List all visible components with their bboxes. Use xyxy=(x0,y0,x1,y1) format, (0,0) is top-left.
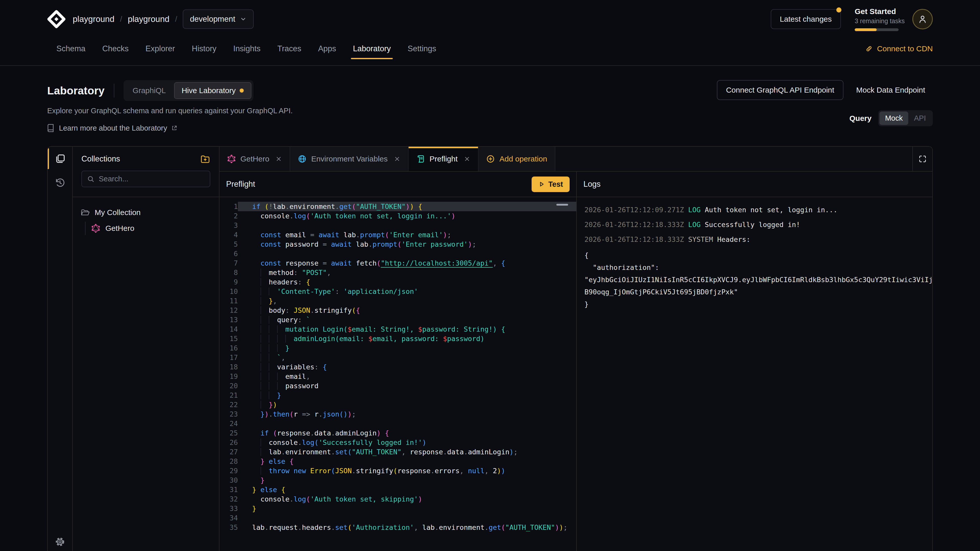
code-line[interactable]: 28 } else { xyxy=(220,457,576,466)
connect-to-cdn-link[interactable]: Connect to CDN xyxy=(865,38,933,59)
code-line[interactable]: 32 console.log('Auth token set, skipping… xyxy=(220,494,576,504)
log-entry: 2026-01-26T12:12:18.333Z LOG Successfull… xyxy=(584,220,932,230)
code-line[interactable]: 33} xyxy=(220,504,576,513)
code-line[interactable]: 2 console.log('Auth token not set, loggi… xyxy=(220,211,576,221)
code-line[interactable]: 25 if (response.data.adminLogin) { xyxy=(220,428,576,438)
nav-item-schema[interactable]: Schema xyxy=(56,38,86,59)
collection-operation-gethero[interactable]: GetHero xyxy=(91,222,211,235)
mode-option-hive-laboratory[interactable]: Hive Laboratory xyxy=(174,82,251,99)
preflight-editor-panel: Preflight Test 1if (!lab.environment.get… xyxy=(220,171,577,551)
nav-item-insights[interactable]: Insights xyxy=(233,38,261,59)
get-started-widget[interactable]: Get Started 3 remaining tasks xyxy=(855,7,899,31)
connect-graphql-endpoint-button[interactable]: Connect GraphQL API Endpoint xyxy=(717,80,843,100)
nav-item-explorer[interactable]: Explorer xyxy=(145,38,175,59)
query-toggle-label: Query xyxy=(850,114,872,123)
external-link-icon xyxy=(171,125,177,131)
close-icon[interactable] xyxy=(464,156,470,162)
code-line[interactable]: 15 adminLogin(email: $email, password: $… xyxy=(220,334,576,343)
code-line[interactable]: 23 }).then(r => r.json()); xyxy=(220,410,576,419)
tab-label: Environment Variables xyxy=(311,155,388,163)
get-started-subtitle: 3 remaining tasks xyxy=(855,17,899,25)
collections-tree: My Collection GetHero xyxy=(73,197,219,244)
mode-option-graphiql[interactable]: GraphiQL xyxy=(126,83,173,98)
sidebar-icon-rail xyxy=(48,147,73,551)
code-line[interactable]: 1if (!lab.environment.get("AUTH_TOKEN"))… xyxy=(220,202,576,211)
tab-label: GetHero xyxy=(240,155,269,163)
code-line[interactable]: 4 const email = await lab.prompt('Enter … xyxy=(220,230,576,240)
code-line[interactable]: 11 }, xyxy=(220,296,576,306)
code-line[interactable]: 27 lab.environment.set("AUTH_TOKEN", res… xyxy=(220,447,576,457)
code-line[interactable]: 21 } xyxy=(220,391,576,400)
latest-changes-button[interactable]: Latest changes xyxy=(771,9,841,29)
code-line[interactable]: 35lab.request.headers.set('Authorization… xyxy=(220,523,576,532)
mode-option-label: Hive Laboratory xyxy=(182,86,236,95)
mock-data-endpoint-button[interactable]: Mock Data Endpoint xyxy=(849,81,933,100)
close-icon[interactable] xyxy=(394,156,401,162)
query-toggle-mock[interactable]: Mock xyxy=(880,111,908,125)
code-line[interactable]: 9 headers: { xyxy=(220,277,576,287)
nav-item-traces[interactable]: Traces xyxy=(277,38,301,59)
code-line[interactable]: 13 query: ` xyxy=(220,315,576,324)
code-line[interactable]: 8 method: "POST", xyxy=(220,268,576,277)
tab-preflight[interactable]: Preflight xyxy=(409,147,479,171)
rail-collections-button[interactable] xyxy=(48,147,72,171)
query-toggle-api[interactable]: API xyxy=(908,111,932,125)
code-line[interactable]: 29 throw new Error(JSON.stringify(respon… xyxy=(220,466,576,475)
nav-item-settings[interactable]: Settings xyxy=(407,38,436,59)
main-nav: Schema Checks Explorer History Insights … xyxy=(47,38,436,65)
query-target-toggle: Mock API xyxy=(878,110,933,126)
collections-search[interactable] xyxy=(81,171,210,187)
code-line[interactable]: 17 `, xyxy=(220,353,576,362)
code-line[interactable]: 20 password xyxy=(220,381,576,391)
code-line[interactable]: 14 mutation Login($email: String!, $pass… xyxy=(220,324,576,334)
tab-gethero[interactable]: GetHero xyxy=(220,147,290,171)
fullscreen-button[interactable] xyxy=(912,147,932,171)
scrollbar-handle[interactable] xyxy=(556,204,568,206)
tab-environment-variables[interactable]: Environment Variables xyxy=(290,147,409,171)
code-line[interactable]: 5 const password = await lab.prompt('Ent… xyxy=(220,240,576,249)
rail-settings-button[interactable] xyxy=(48,530,72,551)
code-line[interactable]: 3 xyxy=(220,221,576,230)
nav-item-laboratory[interactable]: Laboratory xyxy=(353,38,391,59)
ui-mode-toggle: GraphiQL Hive Laboratory xyxy=(124,80,254,101)
log-payload-line: { xyxy=(584,249,932,262)
nav-item-apps[interactable]: Apps xyxy=(318,38,336,59)
code-line[interactable]: 30 } xyxy=(220,475,576,485)
code-line[interactable]: 10 'Content-Type': 'application/json' xyxy=(220,287,576,296)
log-payload-line: "authorization": xyxy=(584,262,932,274)
code-editor[interactable]: 1if (!lab.environment.get("AUTH_TOKEN"))… xyxy=(220,197,576,551)
play-icon xyxy=(538,181,545,187)
nav-item-history[interactable]: History xyxy=(192,38,216,59)
laboratory-workspace: Collections My Collection GetHero xyxy=(47,146,933,551)
target-dropdown[interactable]: development xyxy=(183,10,254,29)
code-line[interactable]: 16 } xyxy=(220,343,576,353)
code-line[interactable]: 31} else { xyxy=(220,485,576,494)
breadcrumb-project[interactable]: playground xyxy=(128,14,169,24)
folder-open-icon xyxy=(80,208,89,217)
collection-folder-my-collection[interactable]: My Collection xyxy=(80,206,211,219)
code-line[interactable]: 19 email, xyxy=(220,372,576,381)
collections-icon xyxy=(54,153,65,164)
code-line[interactable]: 34 xyxy=(220,513,576,523)
code-line[interactable]: 12 body: JSON.stringify({ xyxy=(220,306,576,315)
close-icon[interactable] xyxy=(275,156,282,162)
test-button-label: Test xyxy=(549,180,563,189)
test-button[interactable]: Test xyxy=(531,176,570,192)
user-avatar[interactable] xyxy=(912,9,933,29)
rail-history-button[interactable] xyxy=(48,171,72,195)
add-operation-button[interactable]: Add operation xyxy=(479,147,555,171)
code-line[interactable]: 22 }) xyxy=(220,400,576,410)
get-started-progressbar xyxy=(855,28,899,31)
code-line[interactable]: 6 xyxy=(220,249,576,259)
nav-item-checks[interactable]: Checks xyxy=(102,38,129,59)
add-collection-folder-button[interactable] xyxy=(200,154,210,164)
logs-panel-title: Logs xyxy=(584,179,600,189)
code-line[interactable]: 7 const response = await fetch("http://l… xyxy=(220,259,576,268)
search-input[interactable] xyxy=(99,175,205,183)
code-line[interactable]: 24 xyxy=(220,419,576,428)
code-line[interactable]: 26 console.log('Successfully logged in!'… xyxy=(220,438,576,447)
breadcrumb-org[interactable]: playground xyxy=(73,14,115,24)
learn-more-link[interactable]: Learn more about the Laboratory xyxy=(47,124,293,132)
logs-body[interactable]: 2026-01-26T12:12:09.271Z LOG Auth token … xyxy=(577,197,932,551)
code-line[interactable]: 18 variables: { xyxy=(220,362,576,372)
